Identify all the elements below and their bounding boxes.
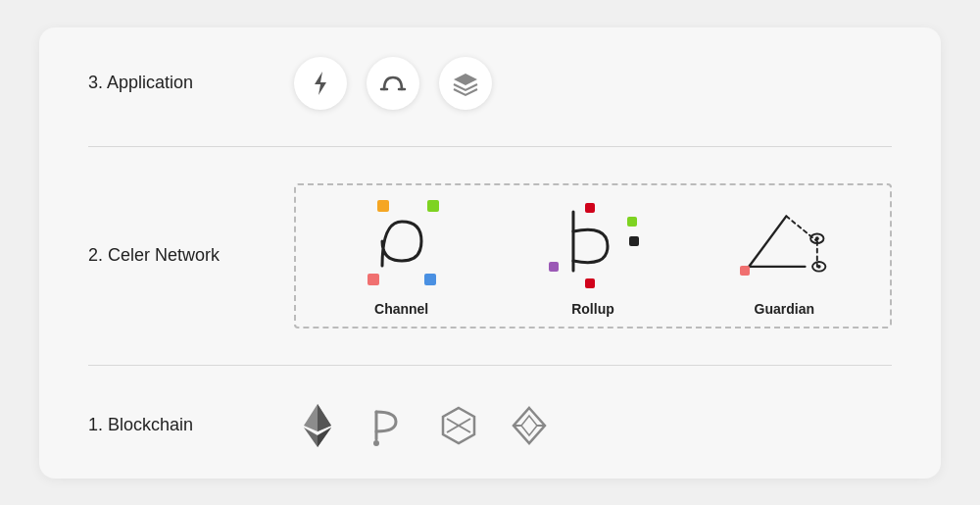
layers-icon — [452, 70, 479, 97]
polkadot-svg — [367, 404, 410, 447]
guardian-label: Guardian — [755, 301, 814, 317]
main-card: 3. Application — [39, 27, 941, 479]
application-label: 3. Application — [88, 73, 294, 93]
svg-line-7 — [787, 216, 817, 241]
application-icons — [294, 57, 492, 110]
rollup-dot-purple — [549, 262, 559, 272]
channel-dot-green — [427, 200, 439, 212]
skale-icon — [435, 402, 482, 449]
channel-dot-yellow — [377, 200, 389, 212]
binance-svg — [508, 404, 551, 447]
channel-component: Channel — [353, 195, 451, 317]
rollup-label: Rollup — [571, 301, 614, 317]
svg-line-5 — [750, 216, 787, 266]
channel-label: Channel — [374, 301, 428, 317]
channel-dot-pink — [368, 274, 379, 285]
svg-marker-15 — [318, 404, 331, 431]
polkadot-icon — [365, 402, 412, 449]
channel-dot-blue — [424, 274, 436, 285]
celer-row: 2. Celer Network — [88, 183, 892, 328]
svg-point-10 — [815, 236, 819, 240]
svg-marker-3 — [454, 74, 477, 85]
rollup-dot-green — [627, 217, 637, 227]
rollup-dot-red2 — [585, 278, 595, 288]
rollup-dot-red — [585, 203, 595, 213]
curve-icon-circle — [367, 57, 419, 110]
celer-content: Channel — [294, 183, 892, 328]
rollup-dot-black — [629, 236, 639, 246]
divider-2 — [88, 365, 892, 366]
rollup-graphic — [544, 195, 642, 293]
channel-graphic — [353, 195, 451, 293]
layers-icon-circle — [439, 57, 492, 110]
divider-1 — [88, 146, 892, 147]
curve-icon — [379, 70, 407, 97]
skale-svg — [437, 404, 480, 447]
blockchain-icons — [294, 402, 553, 449]
blockchain-row: 1. Blockchain — [88, 402, 892, 449]
celer-label: 2. Celer Network — [88, 245, 294, 266]
svg-point-12 — [817, 265, 821, 269]
ethereum-icon — [294, 402, 341, 449]
binance-icon — [506, 402, 553, 449]
svg-point-18 — [373, 440, 379, 446]
bolt-icon-circle — [294, 57, 347, 110]
bolt-icon — [307, 70, 334, 97]
rollup-component: Rollup — [544, 195, 642, 317]
guardian-graphic — [735, 195, 833, 293]
ethereum-svg — [302, 402, 333, 449]
svg-marker-23 — [521, 416, 537, 435]
application-row: 3. Application — [88, 57, 892, 110]
guardian-svg — [735, 197, 833, 290]
guardian-dot-pink — [740, 266, 750, 276]
guardian-component: Guardian — [735, 195, 833, 317]
celer-dashed-box: Channel — [294, 183, 892, 328]
svg-marker-0 — [315, 72, 326, 95]
blockchain-label: 1. Blockchain — [88, 415, 294, 435]
